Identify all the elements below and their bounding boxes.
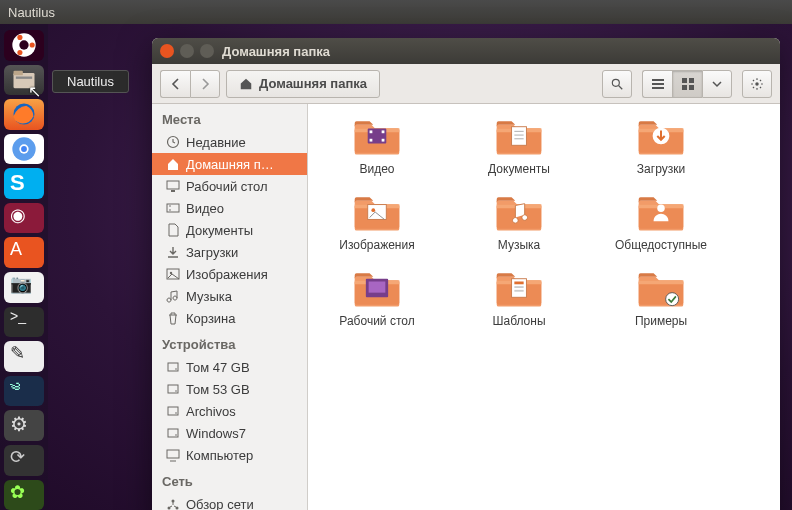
launcher-screenshot[interactable]: 📷 bbox=[4, 272, 44, 303]
folder-1[interactable]: Документы bbox=[464, 114, 574, 176]
launcher-app1[interactable]: ◉ bbox=[4, 203, 44, 234]
launcher-updates[interactable]: ⟳ bbox=[4, 445, 44, 476]
svg-rect-19 bbox=[682, 85, 687, 90]
close-button[interactable] bbox=[160, 44, 174, 58]
sidebar-item-places-4[interactable]: Документы bbox=[152, 219, 307, 241]
view-list-button[interactable] bbox=[642, 70, 672, 98]
sidebar-item-places-2[interactable]: Рабочий стол bbox=[152, 175, 307, 197]
svg-rect-46 bbox=[382, 130, 385, 133]
disk-icon bbox=[166, 382, 180, 396]
folder-6[interactable]: Рабочий стол bbox=[322, 266, 432, 328]
view-dropdown-button[interactable] bbox=[702, 70, 732, 98]
home-icon bbox=[239, 77, 253, 91]
sidebar-header-places: Места bbox=[152, 104, 307, 131]
sidebar-item-places-6[interactable]: Изображения bbox=[152, 263, 307, 285]
sidebar-item-devices-1[interactable]: Том 53 GB bbox=[152, 378, 307, 400]
sidebar-item-places-3[interactable]: Видео bbox=[152, 197, 307, 219]
trash-icon bbox=[166, 311, 180, 325]
svg-rect-63 bbox=[369, 282, 386, 293]
sidebar-item-network-0[interactable]: Обзор сети bbox=[152, 493, 307, 510]
green-icon: ✿ bbox=[10, 481, 38, 509]
folder-0[interactable]: Видео bbox=[322, 114, 432, 176]
nautilus-window: Домашняя папка Домашняя папка Места Неда… bbox=[152, 38, 780, 510]
svg-point-26 bbox=[169, 205, 171, 207]
folder-icon bbox=[351, 266, 403, 310]
icon-view[interactable]: ВидеоДокументыЗагрузкиИзображенияМузыкаО… bbox=[308, 104, 780, 510]
video-icon bbox=[166, 201, 180, 215]
svg-point-31 bbox=[175, 368, 177, 370]
launcher-firefox[interactable] bbox=[4, 99, 44, 130]
download-icon bbox=[166, 245, 180, 259]
svg-point-4 bbox=[17, 50, 22, 55]
svg-rect-15 bbox=[652, 83, 664, 85]
menu-button[interactable] bbox=[742, 70, 772, 98]
sidebar-item-devices-2[interactable]: Archivos bbox=[152, 400, 307, 422]
launcher-dash[interactable] bbox=[4, 30, 44, 61]
disk-icon bbox=[166, 426, 180, 440]
sidebar-item-devices-0[interactable]: Том 47 GB bbox=[152, 356, 307, 378]
launcher-gedit[interactable]: ✎ bbox=[4, 341, 44, 372]
folder-5[interactable]: Общедоступные bbox=[606, 190, 716, 252]
sidebar-item-label: Недавние bbox=[186, 135, 246, 150]
launcher-app2[interactable]: ༄ bbox=[4, 376, 44, 407]
launcher-chromium[interactable] bbox=[4, 134, 44, 165]
path-button[interactable]: Домашняя папка bbox=[226, 70, 380, 98]
chromium-icon bbox=[10, 135, 38, 163]
svg-rect-44 bbox=[370, 130, 373, 133]
swirl-icon: ༄ bbox=[10, 377, 38, 405]
sidebar-item-places-5[interactable]: Загрузки bbox=[152, 241, 307, 263]
folder-7[interactable]: Шаблоны bbox=[464, 266, 574, 328]
software-icon: A bbox=[10, 239, 38, 267]
top-panel: Nautilus bbox=[0, 0, 792, 24]
folder-8[interactable]: Примеры bbox=[606, 266, 716, 328]
back-button[interactable] bbox=[160, 70, 190, 98]
disk-icon bbox=[166, 360, 180, 374]
folder-icon bbox=[351, 190, 403, 234]
sidebar-header-network: Сеть bbox=[152, 466, 307, 493]
sidebar-item-label: Видео bbox=[186, 201, 224, 216]
launcher-software[interactable]: A bbox=[4, 237, 44, 268]
folder-icon bbox=[493, 190, 545, 234]
launcher-app3[interactable]: ✿ bbox=[4, 480, 44, 510]
svg-rect-25 bbox=[167, 204, 179, 212]
launcher-terminal[interactable]: >_ bbox=[4, 307, 44, 338]
sidebar-item-devices-3[interactable]: Windows7 bbox=[152, 422, 307, 444]
svg-point-57 bbox=[371, 208, 375, 212]
ubuntu-logo-icon bbox=[10, 31, 38, 59]
view-grid-button[interactable] bbox=[672, 70, 702, 98]
sidebar-item-label: Windows7 bbox=[186, 426, 246, 441]
window-content: Места НедавниеДомашняя п…Рабочий столВид… bbox=[152, 104, 780, 510]
sidebar-item-label: Обзор сети bbox=[186, 497, 254, 511]
chevron-down-icon bbox=[712, 79, 722, 89]
svg-rect-16 bbox=[652, 87, 664, 89]
window-title: Домашняя папка bbox=[222, 44, 330, 59]
firefox-icon bbox=[10, 100, 38, 128]
folder-4[interactable]: Музыка bbox=[464, 190, 574, 252]
launcher-skype[interactable]: S bbox=[4, 168, 44, 199]
folder-2[interactable]: Загрузки bbox=[606, 114, 716, 176]
sidebar-item-places-1[interactable]: Домашняя п… bbox=[152, 153, 307, 175]
search-button[interactable] bbox=[602, 70, 632, 98]
grid-icon bbox=[681, 77, 695, 91]
forward-button[interactable] bbox=[190, 70, 220, 98]
chevron-right-icon bbox=[199, 78, 211, 90]
window-titlebar[interactable]: Домашняя папка bbox=[152, 38, 780, 64]
svg-rect-6 bbox=[14, 71, 23, 76]
svg-rect-23 bbox=[167, 181, 179, 189]
launcher-settings[interactable]: ⚙ bbox=[4, 410, 44, 441]
maximize-button[interactable] bbox=[200, 44, 214, 58]
folder-3[interactable]: Изображения bbox=[322, 190, 432, 252]
sidebar-item-devices-4[interactable]: Компьютер bbox=[152, 444, 307, 466]
folder-icon bbox=[635, 266, 687, 310]
sidebar-item-label: Archivos bbox=[186, 404, 236, 419]
svg-point-21 bbox=[755, 82, 759, 86]
svg-rect-67 bbox=[514, 286, 523, 288]
folder-icon bbox=[493, 266, 545, 310]
sidebar-item-places-0[interactable]: Недавние bbox=[152, 131, 307, 153]
sidebar-item-places-7[interactable]: Музыка bbox=[152, 285, 307, 307]
minimize-button[interactable] bbox=[180, 44, 194, 58]
svg-rect-18 bbox=[689, 78, 694, 83]
sidebar-item-places-8[interactable]: Корзина bbox=[152, 307, 307, 329]
sidebar-item-label: Изображения bbox=[186, 267, 268, 282]
svg-rect-20 bbox=[689, 85, 694, 90]
